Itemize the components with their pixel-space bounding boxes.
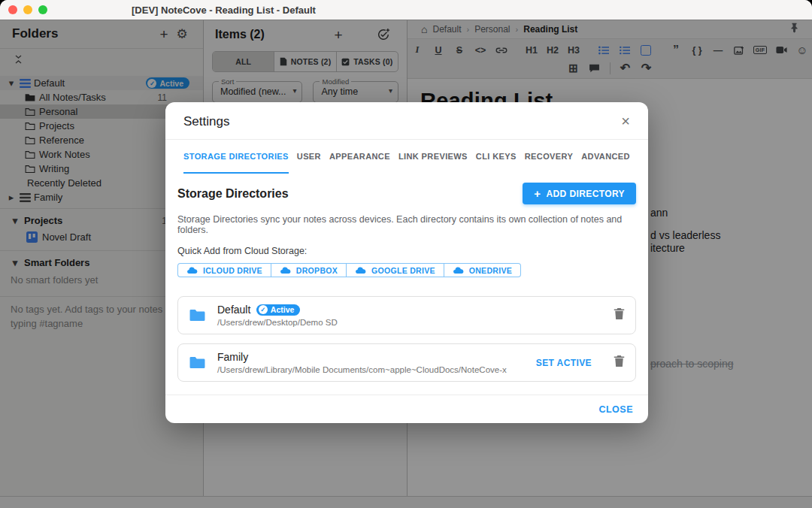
- tab-link-previews[interactable]: LINK PREVIEWS: [398, 140, 468, 174]
- plus-icon: +: [534, 188, 541, 199]
- dropbox-button[interactable]: DROPBOX: [271, 263, 347, 277]
- cloud-button-label: DROPBOX: [296, 266, 338, 275]
- folder-icon: [189, 308, 206, 322]
- traffic-lights: [8, 5, 47, 14]
- tab-cli-keys[interactable]: CLI KEYS: [476, 140, 517, 174]
- directory-path: /Users/drew/Desktop/Demo SD: [217, 318, 338, 327]
- delete-directory-button[interactable]: [614, 355, 625, 370]
- active-badge: ✓ Active: [256, 304, 300, 316]
- cloud-button-label: GOOGLE DRIVE: [371, 266, 435, 275]
- settings-tabs: STORAGE DIRECTORIES USER APPEARANCE LINK…: [165, 140, 648, 174]
- tab-recovery[interactable]: RECOVERY: [525, 140, 574, 174]
- cloud-storage-buttons: ICLOUD DRIVE DROPBOX GOOGLE DRIVE ONEDRI…: [177, 263, 521, 277]
- directory-name: Default: [217, 304, 250, 316]
- tab-appearance[interactable]: APPEARANCE: [329, 140, 390, 174]
- add-directory-label: ADD DIRECTORY: [546, 189, 625, 199]
- cloud-icon: [280, 266, 291, 274]
- tab-advanced[interactable]: ADVANCED: [581, 140, 630, 174]
- cloud-button-label: ICLOUD DRIVE: [203, 266, 262, 275]
- directory-card-family: Family /Users/drew/Library/Mobile Docume…: [177, 343, 636, 382]
- delete-directory-button[interactable]: [614, 307, 625, 323]
- cloud-icon: [186, 266, 198, 274]
- check-icon: ✓: [259, 305, 268, 314]
- settings-dialog: Settings × STORAGE DIRECTORIES USER APPE…: [165, 102, 648, 423]
- tab-storage-directories[interactable]: STORAGE DIRECTORIES: [183, 140, 289, 174]
- close-dialog-button[interactable]: ×: [617, 112, 635, 130]
- directory-name: Family: [217, 351, 248, 363]
- window-title: [DEV] NoteCove - Reading List - Default: [132, 5, 316, 16]
- add-directory-button[interactable]: + ADD DIRECTORY: [523, 183, 636, 204]
- trash-icon: [614, 355, 625, 367]
- minimize-window-button[interactable]: [23, 5, 32, 14]
- active-badge-label: Active: [271, 305, 295, 314]
- folder-icon: [189, 355, 206, 370]
- directory-path: /Users/drew/Library/Mobile Documents/com…: [217, 365, 507, 374]
- quick-add-label: Quick Add from Cloud Storage:: [177, 246, 636, 256]
- directory-card-default: Default ✓ Active /Users/drew/Desktop/Dem…: [177, 296, 636, 334]
- cloud-icon: [453, 266, 464, 274]
- titlebar: [DEV] NoteCove - Reading List - Default: [0, 0, 812, 20]
- tab-user[interactable]: USER: [297, 140, 321, 174]
- storage-directories-description: Storage Directories sync your notes acro…: [177, 214, 636, 235]
- zoom-window-button[interactable]: [38, 5, 47, 14]
- close-icon: ×: [621, 113, 630, 130]
- close-window-button[interactable]: [8, 5, 17, 14]
- onedrive-button[interactable]: ONEDRIVE: [444, 263, 521, 277]
- cloud-icon: [355, 266, 366, 274]
- app-window: [DEV] NoteCove - Reading List - Default …: [0, 0, 812, 508]
- google-drive-button[interactable]: GOOGLE DRIVE: [346, 263, 444, 277]
- storage-directories-heading: Storage Directories: [177, 187, 289, 201]
- settings-title: Settings: [183, 114, 229, 129]
- cloud-button-label: ONEDRIVE: [469, 266, 512, 275]
- trash-icon: [614, 307, 625, 320]
- set-active-button[interactable]: SET ACTIVE: [536, 358, 592, 368]
- close-settings-button[interactable]: CLOSE: [598, 404, 633, 415]
- icloud-drive-button[interactable]: ICLOUD DRIVE: [177, 263, 271, 277]
